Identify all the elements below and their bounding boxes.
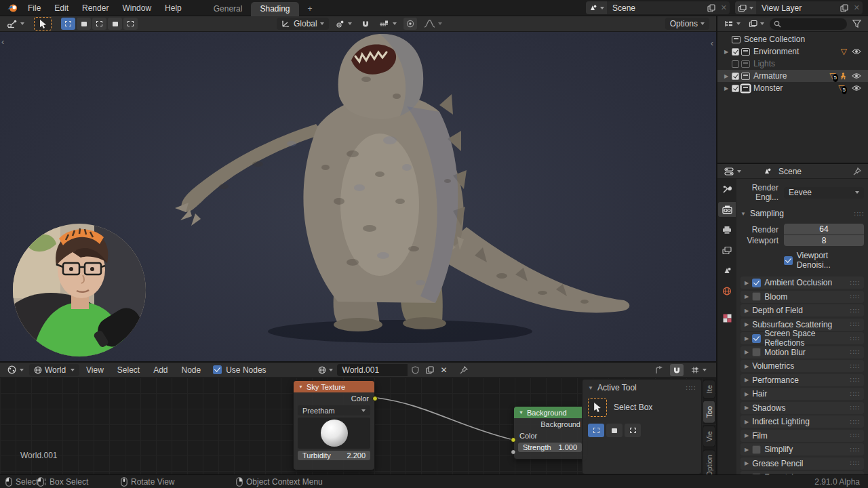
panel-grip-icon[interactable]: ∷∷ [850, 321, 860, 328]
outliner-row-environment[interactable]: ▶ Environment ▽ [717, 45, 868, 58]
3d-viewport[interactable]: ‹ ‹ [0, 32, 716, 361]
panel-film[interactable]: ▶Film∷∷ [741, 430, 864, 442]
panel-checkbox[interactable] [752, 292, 761, 301]
panel-grip-icon[interactable]: ∷∷ [850, 390, 860, 398]
snap-toggle-button[interactable] [670, 364, 684, 376]
pin-icon[interactable] [457, 366, 471, 374]
panel-grip-icon[interactable]: ∷∷ [854, 210, 864, 218]
go-to-parent-node-tree-icon[interactable] [652, 366, 666, 374]
panel-checkbox[interactable] [752, 279, 761, 287]
outliner-row-armature[interactable]: ▶ Armature ▽5 [717, 70, 868, 82]
area-divider[interactable] [717, 163, 868, 164]
expand-arrow-icon[interactable]: ▶ [723, 73, 730, 79]
blender-logo-icon[interactable] [4, 0, 21, 16]
collapse-arrow-icon[interactable]: ▼ [519, 410, 524, 415]
area-divider[interactable] [716, 16, 717, 474]
use-nodes-checkbox[interactable] [213, 365, 222, 374]
menu-help[interactable]: Help [158, 0, 189, 16]
color-input-socket[interactable] [511, 437, 516, 443]
panel-indirect-lighting[interactable]: ▶Indirect Lighting∷∷ [741, 415, 864, 428]
outliner-search-input[interactable] [770, 18, 847, 30]
menu-file[interactable]: File [21, 0, 47, 16]
select-mode-intersect-button[interactable] [123, 18, 138, 30]
snap-target-dropdown[interactable] [688, 366, 709, 374]
panel-grip-icon[interactable]: ∷∷ [850, 335, 860, 342]
new-scene-button[interactable] [705, 1, 718, 14]
outliner-row-scene-collection[interactable]: Scene Collection [717, 33, 868, 45]
tab-output-icon[interactable] [718, 222, 736, 237]
render-samples-field[interactable]: 64 [784, 224, 864, 235]
menu-select[interactable]: Select [111, 363, 146, 378]
panel-ambient-occlusion[interactable]: ▶Ambient Occlusion∷∷ [741, 277, 864, 289]
tab-view-layer-icon[interactable] [718, 243, 736, 258]
eye-icon[interactable] [849, 82, 864, 94]
panel-hair[interactable]: ▶Hair∷∷ [741, 388, 864, 400]
viewport-denoising-checkbox[interactable] [784, 256, 793, 265]
panel-volumetrics[interactable]: ▶Volumetrics∷∷ [741, 360, 864, 372]
tab-shading[interactable]: Shading [251, 2, 298, 16]
panel-bloom[interactable]: ▶Bloom∷∷ [741, 291, 864, 303]
pin-icon[interactable] [850, 164, 864, 178]
panel-grip-icon[interactable]: ∷∷ [686, 384, 696, 392]
outliner-row-lights[interactable]: ▶ Lights [717, 58, 868, 70]
sampling-panel-header[interactable]: ▼ Sampling ∷∷ [741, 207, 864, 220]
strength-slider[interactable]: Strength 1.000 [518, 443, 582, 452]
panel-grip-icon[interactable]: ∷∷ [850, 279, 860, 287]
select-mode-new-button[interactable] [61, 18, 75, 30]
panel-checkbox[interactable] [752, 445, 761, 454]
panel-grip-icon[interactable]: ∷∷ [850, 293, 860, 300]
menu-render[interactable]: Render [75, 0, 115, 16]
scene-browse-button[interactable] [586, 1, 607, 14]
select-mode-invert-button[interactable] [108, 18, 122, 30]
select-mode-extend-button[interactable] [606, 424, 623, 437]
sky-texture-node-header[interactable]: ▼ Sky Texture [294, 381, 374, 392]
background-node[interactable]: ▼ Background Background Color Strength 1… [513, 406, 587, 460]
pivot-point-dropdown[interactable] [333, 20, 355, 28]
panel-grip-icon[interactable]: ∷∷ [850, 446, 860, 453]
filter-icon[interactable] [850, 16, 864, 31]
panel-grip-icon[interactable]: ∷∷ [850, 348, 860, 356]
unlink-world-button[interactable]: ✕ [438, 364, 450, 376]
panel-grip-icon[interactable]: ∷∷ [850, 404, 860, 411]
panel-depth-of-field[interactable]: ▶Depth of Field∷∷ [741, 304, 864, 317]
editor-type-button[interactable] [4, 16, 27, 31]
background-node-header[interactable]: ▼ Background [514, 407, 586, 418]
menu-add[interactable]: Add [146, 363, 174, 378]
snap-toggle-button[interactable] [359, 20, 372, 28]
tab-scene-icon[interactable] [718, 263, 736, 278]
new-view-layer-button[interactable] [837, 1, 851, 14]
properties-editor-type-button[interactable] [722, 164, 744, 178]
snap-target-dropdown[interactable] [376, 20, 399, 28]
tab-render-icon[interactable] [718, 202, 736, 217]
eye-icon[interactable] [849, 45, 864, 58]
collection-checkbox[interactable] [732, 73, 739, 80]
sky-preview-widget[interactable] [298, 418, 370, 449]
panel-screen-space-reflections[interactable]: ▶Screen Space Reflections∷∷ [741, 332, 864, 344]
collection-checkbox[interactable] [732, 60, 739, 68]
area-divider[interactable] [0, 361, 716, 363]
panel-checkbox[interactable] [752, 348, 761, 357]
tab-options[interactable]: Option [703, 449, 715, 474]
collapse-arrow-icon[interactable]: ▼ [298, 384, 303, 389]
panel-grip-icon[interactable]: ∷∷ [850, 418, 860, 426]
render-engine-dropdown[interactable]: Eevee [784, 187, 864, 199]
collapse-arrow-icon[interactable]: ▼ [588, 385, 593, 391]
shader-type-dropdown[interactable]: World [29, 364, 79, 376]
viewport-samples-field[interactable]: 8 [784, 235, 864, 246]
fake-user-shield-icon[interactable] [409, 364, 422, 376]
panel-simplify[interactable]: ▶Simplify∷∷ [741, 443, 864, 455]
scene-name[interactable]: Scene [607, 3, 705, 13]
options-dropdown[interactable]: Options [665, 18, 709, 30]
eye-icon[interactable] [849, 70, 864, 82]
select-mode-extend-button[interactable] [77, 18, 91, 30]
menu-node[interactable]: Node [175, 363, 208, 378]
menu-window[interactable]: Window [115, 0, 158, 16]
panel-shadows[interactable]: ▶Shadows∷∷ [741, 402, 864, 414]
shader-node-canvas[interactable]: World.001 ▼ Sky Texture Color Preetham T… [0, 378, 716, 474]
tab-tool[interactable]: Too [703, 401, 715, 424]
expand-arrow-icon[interactable]: ▶ [723, 85, 730, 92]
panel-grip-icon[interactable]: ∷∷ [850, 376, 860, 384]
tab-general[interactable]: General [205, 2, 252, 16]
menu-edit[interactable]: Edit [47, 0, 75, 16]
copy-world-button[interactable] [423, 364, 437, 376]
